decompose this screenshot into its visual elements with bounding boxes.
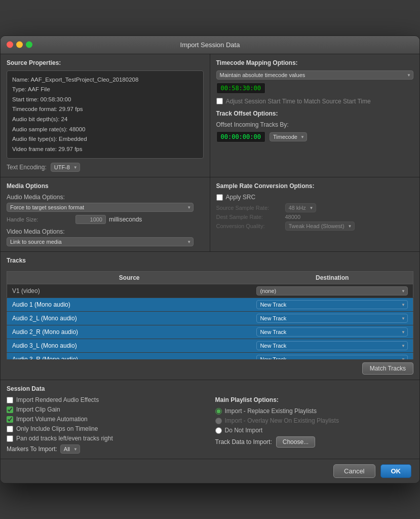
destination-col-header: Destination — [251, 272, 413, 284]
conversion-quality-row: Conversion Quality: Tweak Head (Slowest) — [216, 221, 414, 231]
dest-cell-inner: New Track — [256, 300, 408, 309]
video-media-select-wrapper: Link to source media — [7, 237, 194, 246]
cancel-button[interactable]: Cancel — [333, 464, 375, 478]
source-sample-rate-select-wrapper: 48 kHz — [285, 203, 316, 212]
session-checkbox[interactable] — [7, 435, 13, 442]
import-session-dialog: Import Session Data Source Properties: N… — [0, 35, 420, 484]
source-col-header: Source — [7, 272, 252, 284]
sample-rate-panel: Sample Rate Conversion Options: Apply SR… — [210, 177, 420, 251]
close-button[interactable] — [7, 42, 13, 48]
choose-button[interactable]: Choose... — [276, 436, 315, 448]
source-name: Name: AAF_Export_TestProject_Cleo_201802… — [12, 75, 198, 85]
adjust-checkbox-row: Adjust Session Start Time to Match Sourc… — [216, 98, 414, 105]
text-encoding-select-wrapper: UTF-8 — [51, 163, 80, 172]
audio-media-select-wrapper: Force to target session format — [7, 203, 194, 212]
track-data-row: Track Data to Import: Choose... — [215, 436, 414, 448]
tracks-header-row: Source Destination — [7, 272, 413, 284]
audio-media-label: Audio Media Options: — [7, 194, 204, 201]
match-tracks-button[interactable]: Match Tracks — [362, 362, 413, 375]
conversion-quality-select[interactable]: Tweak Head (Slowest) — [285, 221, 355, 231]
playlist-radio[interactable] — [215, 408, 222, 415]
source-audio-sample-rate: Audio sample rate(s): 48000 — [12, 125, 198, 135]
track-offset-title: Track Offset Options: — [216, 110, 414, 117]
session-checkbox[interactable] — [7, 397, 13, 403]
playlist-radio-item: Import - Overlay New On Existing Playlis… — [215, 417, 414, 424]
source-cell: Audio 1 (Mono audio) — [7, 298, 252, 312]
timecode-mapping-dropdown-wrapper: Maintain absolute timecode values — [216, 70, 414, 80]
timecode-mode-select[interactable]: Maintain absolute timecode values — [216, 70, 414, 80]
playlist-radio — [215, 418, 222, 424]
source-start-time: Start time: 00:58:30:00 — [12, 95, 198, 105]
playlist-options-title: Main Playlist Options: — [215, 396, 414, 403]
offset-timecode-display: 00:00:00:00 — [216, 131, 265, 142]
session-checkbox-item: Import Clip Gain — [7, 406, 205, 413]
table-row: Audio 1 (Mono audio)New Track — [7, 298, 413, 312]
destination-select[interactable]: New Track — [256, 314, 408, 323]
dest-cell-inner: New Track — [256, 327, 408, 337]
destination-select[interactable]: New Track — [256, 355, 408, 359]
video-media-select[interactable]: Link to source media — [7, 237, 194, 246]
offset-type-select-wrapper: Timecode — [270, 132, 307, 141]
session-data-left: Import Rendered Audio EffectsImport Clip… — [7, 396, 205, 454]
timecode-display-row: 00:58:30:00 — [216, 83, 414, 94]
session-checkbox-label: Import Rendered Audio Effects — [16, 396, 99, 403]
dialog-title: Import Session Data — [180, 41, 240, 49]
ok-button[interactable]: OK — [380, 464, 412, 478]
apply-src-label: Apply SRC — [226, 194, 256, 201]
dest-cell-inner: New Track — [256, 341, 408, 350]
tracks-section: Tracks Source Destination V1 (video)(non… — [1, 252, 419, 380]
offset-type-select[interactable]: Timecode — [270, 132, 307, 141]
session-data-title: Session Data — [7, 385, 413, 392]
dest-sample-rate-row: Dest Sample Rate: 48000 — [216, 214, 414, 220]
session-checkbox[interactable] — [7, 426, 13, 432]
dest-select-wrapper: New Track — [256, 327, 408, 337]
markers-row: Markers To Import: All — [7, 444, 205, 454]
session-data-right: Main Playlist Options: Import - Replace … — [215, 396, 414, 454]
dest-select-wrapper: New Track — [256, 341, 408, 350]
minimize-button[interactable] — [16, 42, 23, 48]
match-tracks-row: Match Tracks — [7, 362, 413, 375]
audio-media-select[interactable]: Force to target session format — [7, 203, 194, 212]
text-encoding-select[interactable]: UTF-8 — [51, 163, 80, 172]
markers-select[interactable]: All — [60, 444, 80, 454]
adjust-session-checkbox[interactable] — [216, 98, 223, 104]
session-checkbox-label: Pan odd tracks left/even tracks right — [16, 435, 113, 442]
session-checkbox-label: Import Volume Automation — [16, 416, 88, 423]
handle-size-input[interactable]: 1000 — [75, 215, 106, 224]
tracks-table: Source Destination V1 (video)(none)Audio… — [7, 271, 413, 359]
table-row: Audio 2_L (Mono audio)New Track — [7, 312, 413, 325]
source-cell: V1 (video) — [7, 284, 252, 298]
conversion-quality-label: Conversion Quality: — [216, 223, 282, 229]
destination-select[interactable]: New Track — [256, 300, 408, 309]
session-checkbox[interactable] — [7, 416, 13, 423]
tracks-table-wrapper[interactable]: Source Destination V1 (video)(none)Audio… — [7, 268, 413, 359]
playlist-radio[interactable] — [215, 427, 222, 434]
playlist-radio-item: Do Not Import — [215, 427, 414, 434]
session-checkbox-item: Import Volume Automation — [7, 416, 205, 423]
source-type: Type: AAF File — [12, 85, 198, 95]
session-checkbox[interactable] — [7, 406, 13, 413]
destination-cell: New Track — [251, 339, 413, 353]
playlist-radio-label: Do Not Import — [225, 427, 263, 434]
playlist-radio-label: Import - Overlay New On Existing Playlis… — [225, 417, 339, 424]
apply-src-checkbox[interactable] — [216, 194, 223, 201]
source-sample-rate-select[interactable]: 48 kHz — [285, 203, 316, 212]
destination-select[interactable]: (none) — [256, 286, 408, 295]
top-panels: Source Properties: Name: AAF_Export_Test… — [1, 54, 419, 177]
source-sample-rate-row: Source Sample Rate: 48 kHz — [216, 203, 414, 212]
table-row: V1 (video)(none) — [7, 284, 413, 298]
maximize-button[interactable] — [26, 42, 32, 48]
dialog-body: Source Properties: Name: AAF_Export_Test… — [1, 54, 419, 483]
sample-rate-title: Sample Rate Conversion Options: — [216, 182, 414, 190]
source-cell: Audio 2_L (Mono audio) — [7, 312, 252, 325]
playlist-radio-label: Import - Replace Existing Playlists — [225, 407, 317, 415]
markers-select-wrapper: All — [60, 444, 80, 454]
destination-cell: New Track — [251, 312, 413, 325]
destination-select[interactable]: New Track — [256, 341, 408, 350]
window-controls — [7, 42, 32, 48]
source-properties-panel: Source Properties: Name: AAF_Export_Test… — [1, 54, 210, 177]
dest-select-wrapper: New Track — [256, 355, 408, 359]
source-properties-title: Source Properties: — [7, 59, 204, 66]
dest-cell-inner: New Track — [256, 355, 408, 359]
destination-select[interactable]: New Track — [256, 327, 408, 337]
